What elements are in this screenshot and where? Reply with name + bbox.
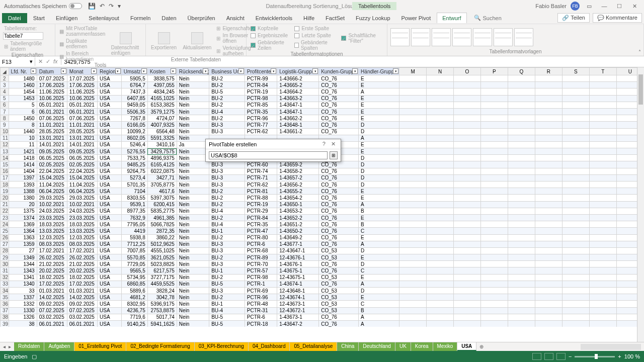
cell[interactable] <box>454 135 481 141</box>
cell[interactable] <box>427 234 454 241</box>
cell[interactable]: BU-2 <box>209 234 245 241</box>
cell[interactable] <box>454 82 481 88</box>
cell[interactable]: CO_76 <box>319 195 359 201</box>
cell[interactable]: 2872,35 <box>147 228 177 234</box>
cell[interactable]: D <box>359 247 399 254</box>
cell[interactable]: Nein <box>177 281 209 287</box>
cell[interactable]: 29.03.2025 <box>67 195 97 201</box>
cell[interactable]: 06.01.2021 <box>37 320 67 327</box>
cell[interactable] <box>562 294 589 301</box>
cell[interactable]: Nein <box>177 188 209 195</box>
cell[interactable] <box>562 141 589 148</box>
cell[interactable] <box>535 128 562 135</box>
cell[interactable]: CO_76 <box>319 108 359 115</box>
cell[interactable]: E <box>359 234 399 241</box>
cell[interactable] <box>508 128 535 135</box>
cell[interactable] <box>427 214 454 221</box>
cell[interactable]: 03.02.2025 <box>67 314 97 320</box>
cell[interactable] <box>508 155 535 161</box>
cell[interactable] <box>589 161 616 168</box>
cell[interactable] <box>589 307 616 314</box>
collapse-ribbon-icon[interactable]: ˄ <box>638 49 641 55</box>
sheet-tab[interactable]: Deutschland <box>359 342 395 351</box>
cell[interactable]: 12-43676-1 <box>277 254 319 261</box>
cell[interactable]: 11.06.2025 <box>37 88 67 95</box>
cell[interactable]: 4007,9325 <box>147 122 177 128</box>
cell[interactable] <box>399 288 427 294</box>
cell[interactable] <box>399 281 427 287</box>
cell[interactable]: 12.03.2025 <box>37 234 67 241</box>
cell[interactable]: D <box>359 161 399 168</box>
cell[interactable]: E <box>359 188 399 195</box>
vertical-scrollbar[interactable] <box>637 67 644 342</box>
cell[interactable] <box>589 208 616 214</box>
cell[interactable]: USA <box>98 208 122 214</box>
cell[interactable]: 6407,85 <box>121 95 147 102</box>
table-name-input[interactable] <box>3 32 43 40</box>
cell[interactable]: BU-3 <box>209 182 245 188</box>
cell[interactable] <box>562 115 589 122</box>
cell[interactable]: USA <box>98 267 122 274</box>
cell[interactable] <box>535 254 562 261</box>
cell[interactable] <box>399 214 427 221</box>
cell[interactable] <box>508 108 535 115</box>
cell[interactable]: BU-3 <box>209 161 245 168</box>
cell[interactable] <box>399 88 427 95</box>
cell[interactable]: CO_76 <box>319 161 359 168</box>
cell[interactable]: BU-2 <box>209 201 245 208</box>
cell[interactable] <box>508 221 535 228</box>
cell[interactable] <box>562 88 589 95</box>
cell[interactable]: D <box>359 128 399 135</box>
cell[interactable] <box>399 195 427 201</box>
row-header[interactable]: 7 <box>1 108 9 115</box>
tab-entwicklertools[interactable]: Entwicklertools <box>251 13 297 23</box>
cell[interactable] <box>508 228 535 234</box>
cell[interactable]: 1332 <box>9 301 37 307</box>
cb-total[interactable]: Ergebniszeile <box>250 32 291 39</box>
cell[interactable] <box>480 274 508 281</box>
cell[interactable]: USA <box>98 261 122 267</box>
cell[interactable]: PCTR-96 <box>245 115 277 122</box>
cell[interactable]: 10.02.2021 <box>37 201 67 208</box>
cell[interactable] <box>454 228 481 234</box>
tab-ueberpruefen[interactable]: Überprüfen <box>183 13 220 23</box>
row-header[interactable]: 15 <box>1 161 9 168</box>
filter-icon[interactable]: ▾ <box>91 68 97 74</box>
convert-range[interactable]: ▦ In Bereich konvertieren <box>58 50 107 62</box>
col-letter[interactable]: O <box>454 68 481 75</box>
cell[interactable]: 9459,05 <box>121 102 147 108</box>
fx-icon[interactable]: fx <box>53 58 58 65</box>
cell[interactable] <box>454 261 481 267</box>
cell[interactable]: 11 <box>9 141 37 148</box>
cell[interactable]: Nein <box>177 174 209 181</box>
cell[interactable] <box>427 182 454 188</box>
dialog-help-icon[interactable]: ? <box>320 141 328 147</box>
cell[interactable] <box>535 247 562 254</box>
cell[interactable] <box>399 208 427 214</box>
cell[interactable]: E <box>359 254 399 261</box>
tab-start[interactable]: Start <box>28 13 50 23</box>
cell[interactable] <box>427 148 454 155</box>
cell[interactable] <box>589 254 616 261</box>
cell[interactable]: C <box>359 267 399 274</box>
cell[interactable]: Nein <box>177 267 209 274</box>
cell[interactable] <box>589 102 616 108</box>
cell[interactable]: 7795,05 <box>121 221 147 228</box>
cell[interactable] <box>589 288 616 294</box>
cell[interactable]: BU-5 <box>209 320 245 327</box>
cell[interactable] <box>535 135 562 141</box>
cell[interactable]: BU-2 <box>209 82 245 88</box>
cell[interactable]: 20.02.2025 <box>37 267 67 274</box>
cell[interactable]: BU-5 <box>209 314 245 320</box>
cell[interactable] <box>399 274 427 281</box>
cell[interactable]: 14.01.2021 <box>37 141 67 148</box>
cell[interactable]: 26.02.2025 <box>37 254 67 261</box>
cell[interactable]: 1341 <box>9 274 37 281</box>
cell[interactable]: 1450 <box>9 115 37 122</box>
row-header[interactable]: 21 <box>1 201 9 208</box>
cell[interactable] <box>562 241 589 247</box>
cell[interactable]: BU-3 <box>209 128 245 135</box>
cell[interactable]: 02.05.2025 <box>37 161 67 168</box>
filter-icon[interactable]: ▾ <box>31 68 36 74</box>
cell[interactable]: USA <box>98 241 122 247</box>
